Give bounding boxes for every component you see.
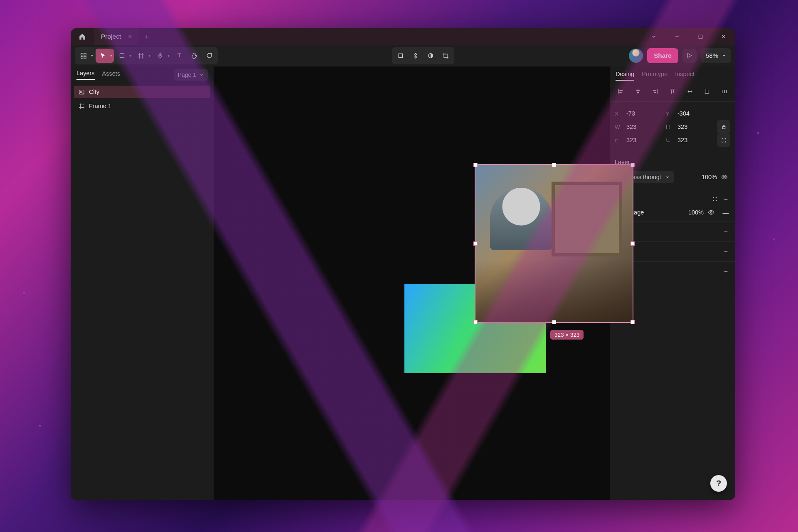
h-label: H — [666, 124, 672, 130]
pen-tool[interactable] — [153, 49, 171, 63]
remove-fill-button[interactable]: — — [721, 209, 730, 216]
layer-item-label: Frame 1 — [89, 103, 111, 109]
x-label: X — [615, 111, 621, 117]
mask-tool[interactable] — [424, 49, 438, 63]
toolbar: Share 58% — [71, 45, 735, 66]
svg-rect-0 — [699, 35, 702, 39]
share-button-label: Share — [654, 52, 672, 59]
page-selector[interactable]: Page 1 — [174, 69, 208, 81]
fill-opacity-value[interactable]: 100% — [688, 209, 704, 216]
svg-point-6 — [160, 55, 161, 56]
layer-item-city[interactable]: City — [74, 86, 210, 98]
left-panel-tabs: Layers Assets Page 1 — [71, 66, 214, 83]
svg-rect-1 — [81, 53, 83, 55]
align-row — [610, 84, 735, 101]
menu-tool[interactable] — [76, 49, 95, 63]
x-value[interactable]: -73 — [626, 110, 635, 117]
frame-tool[interactable] — [134, 49, 152, 63]
right-panel-tabs: Desing Prototype Inspect — [610, 66, 735, 84]
y-label: Y — [666, 111, 672, 117]
avatar[interactable] — [629, 49, 643, 63]
canvas-image-city[interactable] — [475, 165, 633, 322]
w-value[interactable]: 323 — [626, 123, 636, 130]
project-tab[interactable]: Project ✕ — [94, 28, 138, 45]
tab-design[interactable]: Desing — [616, 71, 634, 81]
transform-section: X-73 Y-304 W323 H323 323 323 — [610, 101, 735, 152]
crop-tool[interactable] — [394, 49, 408, 63]
distribute-button[interactable] — [719, 86, 730, 97]
add-fill-button[interactable]: ＋ — [721, 195, 730, 203]
tab-inspect[interactable]: Inspect — [675, 71, 695, 81]
resize-handle-bm[interactable] — [552, 320, 556, 324]
align-right-button[interactable] — [649, 86, 661, 97]
main-area: Layers Assets Page 1 City — [71, 66, 735, 500]
close-tab-icon[interactable]: ✕ — [128, 33, 133, 40]
titlebar: Project ✕ ＋ — [71, 28, 735, 45]
y-value[interactable]: -304 — [677, 110, 690, 117]
add-export-button[interactable]: ＋ — [721, 268, 730, 276]
align-vcenter-button[interactable] — [684, 86, 696, 97]
crop-image-tool[interactable] — [438, 49, 453, 63]
layer-opacity-value[interactable]: 100% — [702, 174, 717, 180]
tab-prototype[interactable]: Prototype — [642, 71, 667, 81]
svg-rect-5 — [120, 54, 124, 58]
chevron-down-icon — [722, 53, 726, 58]
resize-handle-br[interactable] — [631, 320, 634, 324]
new-tab-button[interactable]: ＋ — [138, 32, 155, 42]
resize-handle-tm[interactable] — [552, 163, 556, 167]
svg-rect-4 — [84, 56, 86, 58]
align-hcenter-button[interactable] — [632, 86, 644, 97]
component-tool[interactable] — [409, 49, 423, 63]
resize-handle-mr[interactable] — [631, 242, 634, 245]
svg-point-12 — [713, 197, 714, 198]
style-icon[interactable] — [712, 196, 721, 202]
align-left-button[interactable] — [615, 86, 626, 97]
zoom-control[interactable]: 58% — [701, 48, 731, 63]
left-panel: Layers Assets Page 1 City — [71, 66, 214, 500]
lock-ratio-button[interactable] — [717, 120, 730, 133]
independent-corners-button[interactable] — [717, 133, 730, 147]
text-tool[interactable] — [172, 49, 186, 63]
add-stroke-button[interactable]: ＋ — [721, 228, 730, 236]
present-button[interactable] — [682, 49, 697, 63]
svg-rect-3 — [81, 56, 83, 58]
chevron-down-icon[interactable] — [642, 28, 665, 45]
rotation-value[interactable]: 323 — [626, 137, 636, 143]
move-tool[interactable] — [96, 49, 114, 63]
shape-tool[interactable] — [115, 49, 133, 63]
hand-tool[interactable] — [187, 49, 201, 63]
close-window-button[interactable] — [712, 28, 735, 45]
align-top-button[interactable] — [667, 86, 678, 97]
tool-group-center — [392, 47, 454, 64]
add-effect-button[interactable]: ＋ — [721, 248, 730, 256]
tab-assets[interactable]: Assets — [102, 70, 121, 79]
align-bottom-button[interactable] — [701, 86, 713, 97]
image-icon — [78, 89, 85, 95]
svg-point-13 — [716, 197, 717, 198]
h-value[interactable]: 323 — [677, 123, 687, 130]
svg-rect-7 — [399, 54, 403, 57]
help-button[interactable]: ? — [710, 475, 727, 492]
layer-heading: Layer — [615, 159, 630, 165]
comment-tool[interactable] — [202, 49, 216, 63]
resize-handle-tr[interactable] — [631, 163, 634, 167]
svg-point-15 — [716, 200, 717, 201]
minimize-button[interactable] — [665, 28, 689, 45]
resize-handle-tl[interactable] — [474, 163, 477, 167]
svg-rect-2 — [84, 53, 86, 55]
fill-visibility-toggle[interactable] — [708, 209, 717, 216]
share-button[interactable]: Share — [647, 48, 678, 63]
radius-value[interactable]: 323 — [677, 137, 687, 143]
home-button[interactable] — [71, 28, 94, 45]
resize-handle-ml[interactable] — [474, 242, 477, 245]
tab-layers[interactable]: Layers — [76, 70, 95, 80]
visibility-toggle[interactable] — [721, 174, 730, 180]
w-label: W — [615, 124, 621, 130]
canvas[interactable]: 323 × 323 — [214, 66, 610, 500]
tool-group-left — [75, 47, 218, 64]
resize-handle-bl[interactable] — [474, 320, 477, 324]
frame-icon — [78, 103, 85, 109]
layer-item-frame-1[interactable]: Frame 1 — [74, 100, 210, 112]
maximize-button[interactable] — [689, 28, 712, 45]
radius-icon — [666, 138, 672, 143]
